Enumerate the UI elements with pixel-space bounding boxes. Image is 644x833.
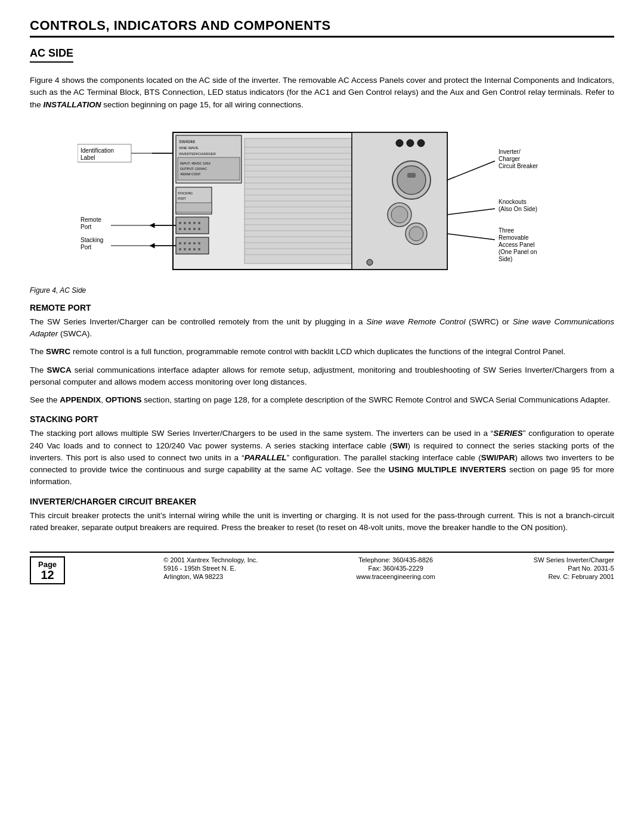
footer-col2-line2: Fax: 360/435-2229 bbox=[357, 565, 435, 572]
ac-side-diagram: SW4048 SINE WAVE INVERTER/CHARGER INPUT:… bbox=[78, 120, 566, 281]
svg-text:(Also On Side): (Also On Side) bbox=[499, 206, 537, 212]
ac-intro-bold-italic: INSTALLATION bbox=[44, 100, 101, 109]
svg-point-25 bbox=[179, 242, 181, 244]
diagram-wrapper: SW4048 SINE WAVE INVERTER/CHARGER INPUT:… bbox=[78, 120, 566, 281]
svg-text:Port: Port bbox=[80, 244, 92, 250]
figure-caption: Figure 4, AC Side bbox=[30, 286, 614, 295]
svg-point-23 bbox=[198, 228, 200, 230]
footer-col3-line3: Rev. C: February 2001 bbox=[534, 573, 614, 580]
svg-point-21 bbox=[188, 228, 191, 230]
svg-point-56 bbox=[396, 140, 403, 147]
svg-point-32 bbox=[188, 248, 191, 250]
svg-point-30 bbox=[179, 248, 181, 250]
svg-point-15 bbox=[184, 222, 186, 224]
svg-text:Knockouts: Knockouts bbox=[499, 199, 527, 205]
svg-point-17 bbox=[193, 222, 196, 224]
svg-text:INPUT: 48VDC 105A: INPUT: 48VDC 105A bbox=[180, 162, 210, 165]
sp-p1-bold-italic2: PARALLEL bbox=[244, 453, 287, 462]
rp-p4-bold1: APPENDIX bbox=[60, 395, 101, 404]
svg-text:Inverter/: Inverter/ bbox=[499, 148, 521, 155]
sp-p1-bold2: SWI bbox=[392, 441, 408, 450]
remote-port-paragraph-4: See the APPENDIX, OPTIONS section, start… bbox=[30, 394, 614, 406]
rp-p3-mid: serial communications interface adapter … bbox=[30, 366, 614, 386]
page-footer: Page 12 © 2001 Xantrex Technology, Inc. … bbox=[30, 552, 614, 584]
sp-p1-mid3: ” configuration. The parallel stacking i… bbox=[287, 453, 481, 462]
footer-col3-line2: Part No. 2031-5 bbox=[534, 565, 614, 572]
rp-p2-start: The bbox=[30, 347, 46, 356]
main-title: CONTROLS, INDICATORS AND COMPONENTS bbox=[30, 18, 614, 38]
svg-point-60 bbox=[397, 166, 426, 194]
svg-text:4000W CONT: 4000W CONT bbox=[180, 172, 201, 176]
svg-point-31 bbox=[184, 248, 186, 250]
svg-rect-24 bbox=[176, 237, 209, 254]
inverter-breaker-paragraph-1: This circuit breaker protects the unit’s… bbox=[30, 510, 614, 534]
svg-rect-55 bbox=[352, 132, 447, 270]
svg-text:Identification: Identification bbox=[80, 147, 114, 154]
rp-p4-bold2: OPTIONS bbox=[106, 395, 142, 404]
svg-point-65 bbox=[409, 227, 423, 241]
svg-line-72 bbox=[447, 234, 495, 240]
svg-point-58 bbox=[417, 140, 425, 147]
svg-point-26 bbox=[184, 242, 186, 244]
svg-point-34 bbox=[198, 248, 200, 250]
svg-text:Stacking: Stacking bbox=[80, 237, 103, 243]
ac-intro-paragraph: Figure 4 shows the components located on… bbox=[30, 75, 614, 111]
rp-p1-end: (SWCA). bbox=[58, 329, 92, 338]
svg-point-66 bbox=[367, 259, 373, 265]
stacking-port-heading: STACKING PORT bbox=[30, 414, 614, 424]
svg-text:STACKING: STACKING bbox=[178, 191, 193, 195]
svg-rect-13 bbox=[176, 217, 209, 234]
sp-p1-start: The stacking port allows multiple SW Ser… bbox=[30, 429, 493, 438]
svg-text:PORT: PORT bbox=[178, 197, 186, 200]
remote-port-paragraph-3: The SWCA serial communications interface… bbox=[30, 364, 614, 389]
svg-text:SINE WAVE: SINE WAVE bbox=[179, 146, 199, 150]
rp-p4-start: See the bbox=[30, 395, 60, 404]
remote-port-heading: REMOTE PORT bbox=[30, 303, 614, 312]
svg-text:Charger: Charger bbox=[499, 156, 521, 162]
svg-point-63 bbox=[391, 206, 408, 223]
rp-p2-bold1: SWRC bbox=[46, 347, 70, 356]
remote-port-paragraph-1: The SW Series Inverter/Charger can be co… bbox=[30, 316, 614, 340]
ac-side-heading: AC SIDE bbox=[30, 47, 73, 63]
svg-text:SW4048: SW4048 bbox=[179, 140, 195, 144]
footer-page-label: Page bbox=[38, 560, 57, 569]
rp-p4-end: section, starting on page 128, for a com… bbox=[142, 395, 611, 404]
footer-col2-line3: www.traceengineering.com bbox=[357, 573, 435, 580]
svg-line-70 bbox=[447, 161, 495, 180]
rp-p3-bold1: SWCA bbox=[47, 366, 71, 374]
svg-point-16 bbox=[188, 222, 191, 224]
svg-text:Access Panel: Access Panel bbox=[499, 241, 535, 248]
svg-text:(One Panel on: (One Panel on bbox=[499, 249, 537, 255]
svg-text:Label: Label bbox=[80, 154, 95, 161]
ac-intro-end: section beginning on page 15, for all wi… bbox=[101, 100, 304, 109]
rp-p3-start: The bbox=[30, 366, 47, 374]
footer-col1-line2: 5916 - 195th Street N. E. bbox=[163, 565, 258, 572]
sp-p1-bold3: SWI/PAR bbox=[481, 453, 515, 462]
svg-text:Removable: Removable bbox=[499, 234, 529, 241]
svg-point-22 bbox=[193, 228, 196, 230]
inverter-breaker-heading: INVERTER/CHARGER CIRCUIT BREAKER bbox=[30, 497, 614, 506]
rp-p1-start: The SW Series Inverter/Charger can be co… bbox=[30, 317, 366, 326]
footer-center-col: © 2001 Xantrex Technology, Inc. 5916 - 1… bbox=[163, 556, 258, 580]
svg-point-57 bbox=[407, 140, 414, 147]
svg-text:Three: Three bbox=[499, 227, 515, 234]
remote-port-paragraph-2: The SWRC remote control is a full functi… bbox=[30, 346, 614, 358]
svg-rect-61 bbox=[407, 173, 416, 178]
footer-right-col: SW Series Inverter/Charger Part No. 2031… bbox=[534, 556, 614, 580]
svg-text:Port: Port bbox=[80, 224, 92, 230]
footer-page-box: Page 12 bbox=[30, 556, 65, 584]
svg-point-14 bbox=[179, 222, 181, 224]
footer-col2-line1: Telephone: 360/435-8826 bbox=[357, 556, 435, 563]
footer-col1-line3: Arlington, WA 98223 bbox=[163, 573, 258, 580]
svg-line-71 bbox=[447, 209, 495, 215]
svg-point-18 bbox=[198, 222, 200, 224]
footer-col3-line1: SW Series Inverter/Charger bbox=[534, 556, 614, 563]
stacking-port-paragraph-1: The stacking port allows multiple SW Ser… bbox=[30, 428, 614, 488]
rp-p4-mid1: , bbox=[101, 395, 106, 404]
svg-point-29 bbox=[198, 242, 200, 244]
sp-p1-bold-italic1: SERIES bbox=[493, 429, 523, 438]
svg-text:Side): Side) bbox=[499, 256, 512, 262]
svg-rect-12 bbox=[176, 203, 212, 212]
diagram-container: SW4048 SINE WAVE INVERTER/CHARGER INPUT:… bbox=[30, 120, 614, 281]
rp-p1-mid: (SWRC) or bbox=[465, 317, 512, 326]
